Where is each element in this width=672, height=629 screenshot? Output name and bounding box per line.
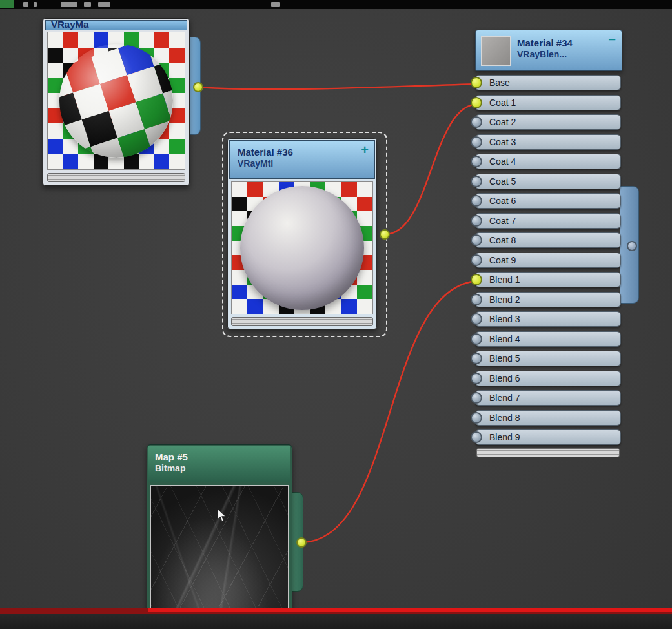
slot-coat-3[interactable]: Coat 3 <box>475 134 621 150</box>
node-body[interactable]: Map #5 Bitmap <box>147 444 292 629</box>
input-connector[interactable] <box>471 431 482 443</box>
slot-label: Coat 4 <box>489 156 516 167</box>
node-map-5[interactable]: Map #5 Bitmap <box>147 444 292 629</box>
node-subtitle: Bitmap <box>155 463 290 474</box>
slot-label: Coat 6 <box>489 196 516 206</box>
cropped-text-fragment <box>84 2 91 7</box>
slot-coat-2[interactable]: Coat 2 <box>475 114 621 130</box>
slot-coat-8[interactable]: Coat 8 <box>475 232 621 248</box>
slot-blend-8[interactable]: Blend 8 <box>475 410 621 426</box>
node-title: VRayMa <box>51 20 187 30</box>
slot-blend-5[interactable]: Blend 5 <box>475 351 621 366</box>
slot-label: Coat 2 <box>489 117 516 127</box>
node-title: Material #34 <box>517 37 573 49</box>
node-material-36[interactable]: Material #36 VRayMtl + <box>222 132 387 337</box>
output-connector-material34[interactable] <box>627 241 637 251</box>
input-connector[interactable] <box>471 313 482 325</box>
material-preview[interactable] <box>47 32 185 170</box>
node-body[interactable]: VRayMa <box>43 18 190 186</box>
node-footer-grip[interactable] <box>476 448 620 457</box>
slot-label: Blend 2 <box>489 294 520 305</box>
slot-label: Blend 7 <box>489 393 520 403</box>
slot-label: Coat 1 <box>489 98 516 108</box>
output-connector-material36[interactable] <box>380 229 390 240</box>
input-connector[interactable] <box>471 116 482 128</box>
slot-label: Coat 3 <box>489 137 516 147</box>
input-connector[interactable] <box>471 136 482 148</box>
slot-label: Blend 8 <box>489 413 520 423</box>
input-connector[interactable] <box>471 254 482 266</box>
cropped-text-fragment <box>23 2 28 7</box>
slot-blend-9[interactable]: Blend 9 <box>475 429 621 445</box>
slot-label: Coat 7 <box>489 216 516 226</box>
cropped-text-fragment <box>61 2 77 7</box>
top-menu-bar <box>0 0 672 9</box>
node-title: Map #5 <box>155 451 290 463</box>
slot-blend-6[interactable]: Blend 6 <box>475 371 621 386</box>
slot-label: Blend 3 <box>489 314 520 324</box>
slot-coat-4[interactable]: Coat 4 <box>475 154 621 169</box>
input-connector[interactable] <box>471 156 482 167</box>
slot-label: Blend 9 <box>489 432 520 442</box>
slot-coat-1[interactable]: Coat 1 <box>475 95 621 110</box>
material-sphere <box>59 44 173 158</box>
slot-coat-7[interactable]: Coat 7 <box>475 213 621 229</box>
output-connector-vraymtl[interactable] <box>193 82 203 92</box>
node-header[interactable]: Map #5 Bitmap <box>148 446 290 482</box>
node-vraymtl[interactable]: VRayMa <box>43 18 190 186</box>
node-footer-grip[interactable] <box>47 173 185 182</box>
wire-coat1[interactable] <box>385 104 478 234</box>
slot-label: Blend 6 <box>489 373 520 384</box>
collapse-icon[interactable]: − <box>608 32 616 47</box>
bitmap-preview[interactable] <box>150 485 289 627</box>
slot-coat-5[interactable]: Coat 5 <box>475 174 621 189</box>
cropped-text-fragment <box>98 2 110 7</box>
wire-base[interactable] <box>198 84 478 89</box>
node-material-34[interactable]: Material #34 VRayBlen... − Base Coat 1 C… <box>475 30 622 461</box>
input-connector[interactable] <box>471 176 482 187</box>
slot-blend-7[interactable]: Blend 7 <box>475 390 621 406</box>
input-connector[interactable] <box>471 392 482 404</box>
input-connector[interactable] <box>471 77 482 88</box>
app-logo <box>0 0 14 8</box>
input-connector[interactable] <box>471 274 482 285</box>
view-boundary-highlight <box>148 608 672 612</box>
cropped-text-fragment <box>271 2 280 7</box>
input-connector[interactable] <box>471 294 482 305</box>
mouse-cursor <box>218 509 227 523</box>
slot-label: Coat 5 <box>489 176 516 187</box>
output-connector-map5[interactable] <box>296 537 307 548</box>
input-connector[interactable] <box>471 373 482 384</box>
input-connector[interactable] <box>471 195 482 207</box>
slot-label: Coat 8 <box>489 235 516 245</box>
slot-coat-6[interactable]: Coat 6 <box>475 193 621 209</box>
slot-blend-4[interactable]: Blend 4 <box>475 331 621 347</box>
material-editor-canvas[interactable]: VRayMa Material #36 VRayMtl + <box>0 0 672 629</box>
slot-coat-9[interactable]: Coat 9 <box>475 253 621 268</box>
slot-label: Coat 9 <box>489 255 516 265</box>
input-connector[interactable] <box>471 353 482 364</box>
input-connector[interactable] <box>471 215 482 227</box>
slot-label: Blend 5 <box>489 353 520 364</box>
node-subtitle: VRayBlen... <box>517 49 573 60</box>
node-header[interactable]: VRayMa <box>45 20 187 30</box>
slot-blend-2[interactable]: Blend 2 <box>475 292 621 307</box>
view-boundary-bar <box>0 608 672 614</box>
selection-outline <box>222 132 387 337</box>
input-connector[interactable] <box>471 412 482 424</box>
slot-label: Base <box>489 77 510 88</box>
cropped-text-fragment <box>34 2 37 7</box>
node-header[interactable]: Material #34 VRayBlen... − <box>475 30 622 71</box>
material-thumbnail <box>481 36 511 66</box>
input-connector[interactable] <box>471 97 482 108</box>
slot-label: Blend 4 <box>489 334 520 344</box>
slot-base[interactable]: Base <box>475 75 621 90</box>
input-slot-list: Base Coat 1 Coat 2 Coat 3 Coat 4 Coat 5 … <box>475 75 621 449</box>
input-connector[interactable] <box>471 234 482 246</box>
slot-blend-1[interactable]: Blend 1 <box>475 272 621 287</box>
slot-label: Blend 1 <box>489 274 520 285</box>
status-bar <box>0 614 672 629</box>
input-connector[interactable] <box>471 333 482 345</box>
slot-blend-3[interactable]: Blend 3 <box>475 311 621 327</box>
